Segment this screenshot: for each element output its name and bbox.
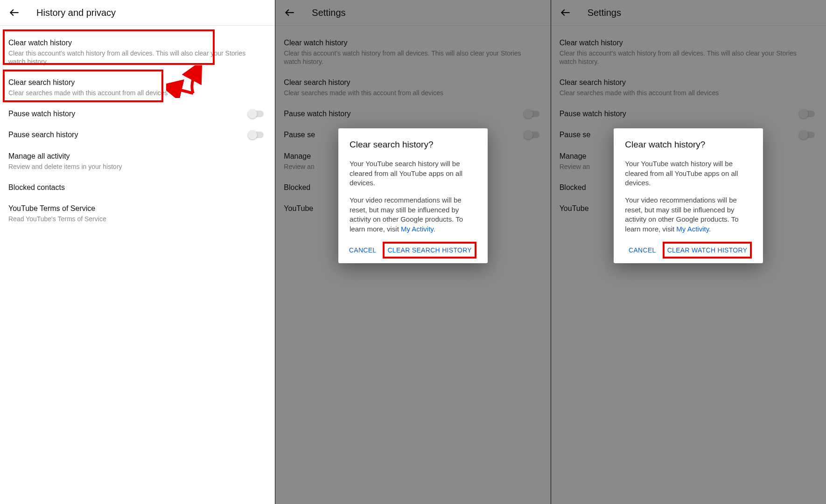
- dialog-clear-search-history: Clear search history? Your YouTube searc…: [338, 128, 488, 263]
- item-subtitle: Clear searches made with this account fr…: [8, 89, 266, 98]
- dialog-title: Clear watch history?: [625, 140, 752, 150]
- item-subtitle: Clear this account's watch history from …: [8, 49, 266, 67]
- clear-watch-history-button[interactable]: CLEAR WATCH HISTORY: [663, 242, 752, 259]
- item-blocked-contacts[interactable]: Blocked contacts: [0, 177, 275, 198]
- my-activity-link[interactable]: My Activity: [401, 225, 434, 233]
- dialog-title: Clear search history?: [350, 140, 476, 150]
- cancel-button[interactable]: CANCEL: [345, 242, 380, 259]
- my-activity-link[interactable]: My Activity: [676, 225, 709, 233]
- item-pause-search-history[interactable]: Pause search history: [0, 124, 275, 146]
- item-clear-watch-history[interactable]: Clear watch history Clear this account's…: [0, 32, 275, 72]
- item-subtitle: Read YouTube's Terms of Service: [8, 215, 266, 224]
- toggle-switch[interactable]: [248, 130, 265, 140]
- header: History and privacy: [0, 0, 275, 26]
- item-manage-all-activity[interactable]: Manage all activity Review and delete it…: [0, 146, 275, 176]
- dialog-paragraph: Your video recommendations will be reset…: [350, 196, 476, 234]
- dialog-clear-watch-history: Clear watch history? Your YouTube watch …: [614, 128, 763, 263]
- item-title: Blocked contacts: [8, 182, 266, 193]
- item-title: YouTube Terms of Service: [8, 203, 266, 214]
- panel-settings-watch-dialog: Settings Clear watch history Clear this …: [551, 0, 826, 504]
- dialog-body: Your YouTube watch history will be clear…: [625, 159, 752, 234]
- dialog-paragraph: Your YouTube watch history will be clear…: [625, 159, 752, 188]
- item-title: Clear watch history: [8, 38, 266, 48]
- item-title: Pause search history: [8, 130, 242, 140]
- item-title: Manage all activity: [8, 151, 266, 161]
- settings-list: Clear watch history Clear this account's…: [0, 26, 275, 229]
- toggle-switch[interactable]: [248, 109, 265, 119]
- dialog-body: Your YouTube search history will be clea…: [350, 159, 476, 234]
- dialog-actions: CANCEL CLEAR SEARCH HISTORY: [350, 242, 476, 259]
- item-title: Pause watch history: [8, 109, 242, 119]
- item-clear-search-history[interactable]: Clear search history Clear searches made…: [0, 72, 275, 103]
- panel-settings-search-dialog: Settings Clear watch history Clear this …: [275, 0, 550, 504]
- dialog-paragraph: Your video recommendations will be reset…: [625, 196, 752, 234]
- page-title: History and privacy: [36, 7, 116, 18]
- cancel-button[interactable]: CANCEL: [625, 242, 660, 259]
- clear-search-history-button[interactable]: CLEAR SEARCH HISTORY: [383, 242, 476, 259]
- item-pause-watch-history[interactable]: Pause watch history: [0, 103, 275, 125]
- panel-history-privacy: History and privacy Clear watch history …: [0, 0, 275, 504]
- dialog-paragraph: Your YouTube search history will be clea…: [350, 159, 476, 188]
- item-youtube-tos[interactable]: YouTube Terms of Service Read YouTube's …: [0, 198, 275, 229]
- back-arrow-icon[interactable]: [8, 7, 21, 19]
- item-subtitle: Review and delete items in your history: [8, 162, 266, 171]
- dialog-actions: CANCEL CLEAR WATCH HISTORY: [625, 242, 752, 259]
- item-title: Clear search history: [8, 77, 266, 88]
